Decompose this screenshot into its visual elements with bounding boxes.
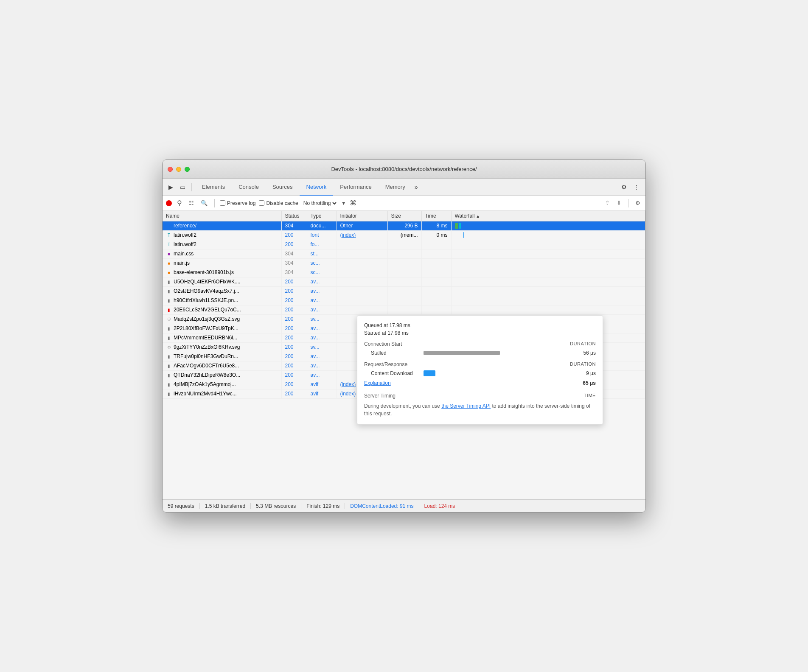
cell-name: ▮ reference/ — [163, 221, 281, 230]
cell-type: avif — [307, 380, 337, 389]
queued-at-row: Queued at 17.98 ms — [364, 322, 596, 328]
cell-waterfall — [451, 305, 645, 314]
timing-tooltip: Queued at 17.98 ms Started at 17.98 ms C… — [357, 315, 603, 425]
cell-size — [387, 258, 421, 268]
cell-name: ■ main.js — [163, 258, 281, 268]
table-row[interactable]: ■ base-element-3018901b.js 304sc... — [163, 268, 645, 277]
cell-initiator — [337, 305, 387, 314]
cell-time — [421, 277, 451, 286]
throttle-select[interactable]: No throttling — [302, 200, 338, 207]
disable-cache-checkbox[interactable]: Disable cache — [259, 200, 298, 206]
toolbar-right: ⚙ ⋮ — [619, 182, 642, 192]
cell-status: 200 — [281, 305, 307, 314]
minimize-button[interactable] — [176, 167, 181, 172]
cell-name: T latin.woff2 — [163, 240, 281, 249]
cell-name: ▮ QTDnaY32hLDipeRW8e3O... — [163, 370, 281, 380]
cell-initiator — [337, 258, 387, 268]
stalled-bar — [424, 351, 500, 355]
table-row[interactable]: ▮ O2slJEHG9avKV4aqzSx7.j... 200av... — [163, 286, 645, 296]
upload-icon[interactable]: ⇧ — [603, 199, 612, 207]
file-name: 9gzXiTYY0nZzBxGl6KRv.svg — [174, 344, 240, 350]
cell-waterfall — [451, 230, 645, 240]
cell-type: avif — [307, 389, 337, 398]
col-header-name[interactable]: Name — [163, 211, 281, 221]
cell-initiator: Other — [337, 221, 387, 230]
cell-name: ▮ 4pIMBj7zOAk1y5Agmmoj... — [163, 380, 281, 389]
cell-status: 304 — [281, 221, 307, 230]
file-name: 20E6CLcSzNV2GELQu7oC... — [174, 307, 241, 313]
record-button[interactable] — [166, 200, 172, 206]
filter-icon[interactable]: ☷ — [187, 199, 196, 207]
cell-name: ▮ O2slJEHG9avKV4aqzSx7.j... — [163, 286, 281, 296]
traffic-lights — [168, 167, 190, 172]
cell-name: ☉ MadqZslZpo1sj3qQ3GsZ.svg — [163, 314, 281, 324]
img-icon: ▮ — [166, 363, 172, 369]
table-row[interactable]: ▮ h90CtfziXluvh1LSSKJE.pn... 200av... — [163, 296, 645, 305]
cell-waterfall — [451, 249, 645, 258]
file-name: reference/ — [174, 223, 196, 229]
device-icon[interactable]: ▭ — [177, 182, 188, 192]
initiator-link[interactable]: (index) — [340, 381, 356, 387]
col-header-type[interactable]: Type — [307, 211, 337, 221]
file-name: TRFujw0pi0nHF3GwDuRn... — [174, 353, 238, 359]
maximize-button[interactable] — [185, 167, 190, 172]
table-row[interactable]: ▮ 20E6CLcSzNV2GELQu7oC... 200av... — [163, 305, 645, 314]
col-header-waterfall[interactable]: Waterfall — [451, 211, 645, 221]
cell-initiator: (index) — [337, 230, 387, 240]
cell-status: 200 — [281, 361, 307, 370]
tab-network[interactable]: Network — [300, 179, 334, 196]
cell-status: 200 — [281, 286, 307, 296]
finish-time: Finish: 129 ms — [301, 503, 345, 509]
table-row[interactable]: ▮ U5OHzQL4tEKFr6OFlxWK.... 200av... — [163, 277, 645, 286]
tab-performance[interactable]: Performance — [333, 179, 378, 196]
tab-elements[interactable]: Elements — [195, 179, 232, 196]
request-response-header: Request/Response DURATION — [364, 361, 596, 367]
cell-waterfall — [451, 286, 645, 296]
cell-type: av... — [307, 370, 337, 380]
waterfall-bar-green — [455, 223, 458, 229]
download-icon[interactable]: ⇩ — [615, 199, 623, 207]
col-header-initiator[interactable]: Initiator — [337, 211, 387, 221]
tab-console[interactable]: Console — [232, 179, 266, 196]
cell-status: 200 — [281, 324, 307, 333]
explanation-link[interactable]: Explanation — [364, 380, 391, 386]
explanation-row: Explanation 65 μs — [364, 380, 596, 386]
col-header-status[interactable]: Status — [281, 211, 307, 221]
tab-sources[interactable]: Sources — [266, 179, 300, 196]
font-icon: T — [166, 241, 172, 247]
col-header-time[interactable]: Time — [421, 211, 451, 221]
cell-time — [421, 286, 451, 296]
settings2-icon[interactable]: ⚙ — [634, 199, 642, 207]
table-row[interactable]: ■ main.js 304sc... — [163, 258, 645, 268]
cell-status: 200 — [281, 277, 307, 286]
font-icon: T — [166, 232, 172, 238]
more-options-icon[interactable]: ⋮ — [631, 182, 642, 192]
initiator-link[interactable]: (index) — [340, 391, 356, 397]
cell-name: ▮ lHvzbNUIrm2Mvd4H1Ywc... — [163, 389, 281, 398]
cursor-icon[interactable]: ▶ — [166, 182, 176, 192]
settings-icon[interactable]: ⚙ — [619, 182, 629, 192]
search-icon[interactable]: 🔍 — [199, 199, 209, 207]
tab-memory[interactable]: Memory — [379, 179, 412, 196]
cell-type: docu... — [307, 221, 337, 230]
table-row[interactable]: T latin.woff2 200fo... — [163, 240, 645, 249]
more-tabs-button[interactable]: » — [412, 182, 421, 192]
table-row[interactable]: ■ main.css 304st... — [163, 249, 645, 258]
stop-icon[interactable]: ⚲ — [175, 198, 184, 208]
file-name: lHvzbNUIrm2Mvd4H1Ywc... — [174, 391, 237, 397]
cell-name: ⚙ 9gzXiTYY0nZzBxGl6KRv.svg — [163, 342, 281, 352]
col-header-size[interactable]: Size — [387, 211, 421, 221]
queued-at-text: Queued at 17.98 ms — [364, 322, 410, 328]
preserve-log-checkbox[interactable]: Preserve log — [220, 200, 255, 206]
table-row[interactable]: T latin.woff2 200font(index)(mem...0 ms — [163, 230, 645, 240]
initiator-link[interactable]: (index) — [340, 232, 356, 238]
server-timing-api-link[interactable]: the Server Timing API — [441, 403, 491, 409]
close-button[interactable] — [168, 167, 173, 172]
file-name: MPcVmmemtEEDURBN6l... — [174, 335, 237, 341]
cell-size: (mem... — [387, 230, 421, 240]
cell-type: av... — [307, 352, 337, 361]
cell-time — [421, 268, 451, 277]
table-row[interactable]: ▮ reference/ 304docu...Other296 B8 ms — [163, 221, 645, 230]
img-icon: ▮ — [166, 297, 172, 303]
cell-size — [387, 305, 421, 314]
